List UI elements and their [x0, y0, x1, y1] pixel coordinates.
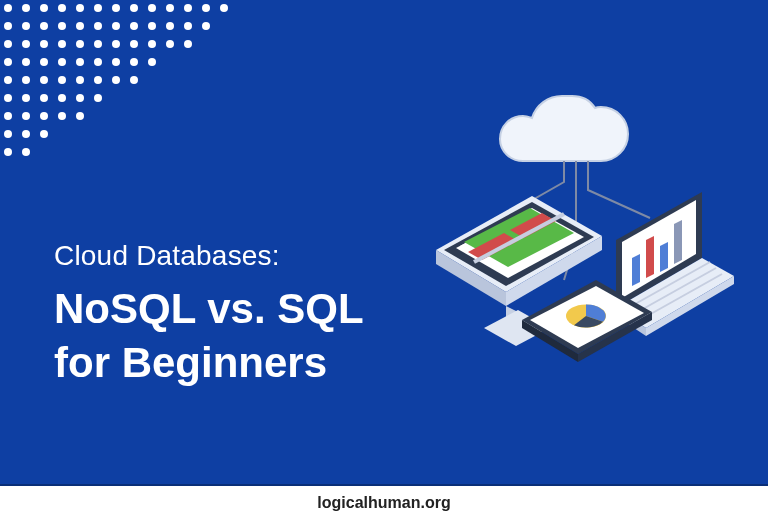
svg-point-55 [40, 94, 48, 102]
svg-point-58 [94, 94, 102, 102]
svg-point-53 [4, 94, 12, 102]
svg-point-17 [76, 22, 84, 30]
svg-point-5 [94, 4, 102, 12]
svg-point-11 [202, 4, 210, 12]
svg-point-29 [76, 40, 84, 48]
headline-text: NoSQL vs. SQL for Beginners [54, 282, 364, 390]
svg-point-18 [94, 22, 102, 30]
svg-point-0 [4, 4, 12, 12]
svg-point-36 [4, 58, 12, 66]
svg-point-68 [22, 148, 30, 156]
svg-point-59 [4, 112, 12, 120]
cloud-devices-illustration [414, 90, 734, 390]
cloud-icon [500, 96, 628, 161]
svg-point-64 [4, 130, 12, 138]
svg-point-57 [76, 94, 84, 102]
svg-point-49 [76, 76, 84, 84]
svg-point-56 [58, 94, 66, 102]
svg-point-43 [130, 58, 138, 66]
svg-point-3 [58, 4, 66, 12]
svg-point-12 [220, 4, 228, 12]
footer-bar: logicalhuman.org [0, 486, 768, 520]
svg-point-31 [112, 40, 120, 48]
hero-card: Cloud Databases: NoSQL vs. SQL for Begin… [0, 0, 768, 520]
svg-point-24 [202, 22, 210, 30]
footer-site-text: logicalhuman.org [317, 494, 450, 512]
headline-line-1: NoSQL vs. SQL [54, 285, 364, 332]
svg-point-47 [40, 76, 48, 84]
title-block: Cloud Databases: NoSQL vs. SQL for Begin… [54, 240, 364, 390]
svg-point-39 [58, 58, 66, 66]
svg-point-50 [94, 76, 102, 84]
svg-point-33 [148, 40, 156, 48]
svg-point-40 [76, 58, 84, 66]
svg-point-23 [184, 22, 192, 30]
svg-point-2 [40, 4, 48, 12]
svg-point-45 [4, 76, 12, 84]
svg-point-21 [148, 22, 156, 30]
svg-point-30 [94, 40, 102, 48]
svg-point-20 [130, 22, 138, 30]
svg-point-52 [130, 76, 138, 84]
svg-point-4 [76, 4, 84, 12]
svg-point-9 [166, 4, 174, 12]
svg-point-35 [184, 40, 192, 48]
svg-point-54 [22, 94, 30, 102]
svg-point-10 [184, 4, 192, 12]
svg-point-63 [76, 112, 84, 120]
svg-point-8 [148, 4, 156, 12]
svg-point-16 [58, 22, 66, 30]
svg-point-42 [112, 58, 120, 66]
footer-accent-bar [0, 479, 768, 486]
svg-point-61 [40, 112, 48, 120]
svg-point-7 [130, 4, 138, 12]
dot-grid-decor [0, 0, 250, 170]
svg-point-60 [22, 112, 30, 120]
svg-point-6 [112, 4, 120, 12]
kicker-text: Cloud Databases: [54, 240, 364, 272]
svg-point-34 [166, 40, 174, 48]
svg-point-32 [130, 40, 138, 48]
svg-point-26 [22, 40, 30, 48]
svg-point-62 [58, 112, 66, 120]
svg-point-48 [58, 76, 66, 84]
headline-line-2: for Beginners [54, 339, 327, 386]
svg-point-38 [40, 58, 48, 66]
svg-point-1 [22, 4, 30, 12]
svg-point-19 [112, 22, 120, 30]
svg-point-22 [166, 22, 174, 30]
svg-point-65 [22, 130, 30, 138]
svg-point-44 [148, 58, 156, 66]
svg-point-25 [4, 40, 12, 48]
svg-point-37 [22, 58, 30, 66]
svg-point-51 [112, 76, 120, 84]
svg-point-15 [40, 22, 48, 30]
svg-point-67 [4, 148, 12, 156]
svg-point-13 [4, 22, 12, 30]
svg-point-14 [22, 22, 30, 30]
svg-point-27 [40, 40, 48, 48]
svg-point-41 [94, 58, 102, 66]
svg-point-28 [58, 40, 66, 48]
svg-point-46 [22, 76, 30, 84]
svg-point-66 [40, 130, 48, 138]
